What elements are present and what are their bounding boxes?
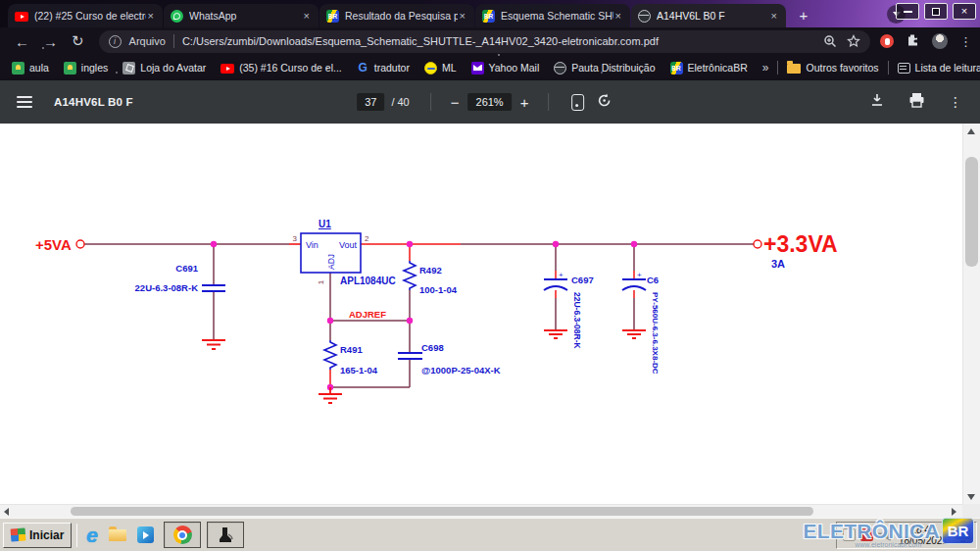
c691-value: 22U-6.3-08R-K <box>135 282 199 293</box>
tab-title: (22) #25 Curso de electrónica <box>34 10 146 22</box>
horizontal-scrollbar[interactable] <box>0 504 962 518</box>
c698-ref: C698 <box>421 342 444 353</box>
horizontal-scroll-thumb[interactable] <box>71 507 813 516</box>
minimize-button[interactable] <box>896 3 919 20</box>
info-icon[interactable]: i <box>109 35 122 48</box>
bookmark-tradutor[interactable]: Gtradutor <box>357 62 410 75</box>
scroll-left-icon[interactable] <box>4 508 9 516</box>
scroll-up-icon[interactable] <box>967 128 975 134</box>
tab-pdf-active[interactable]: A14HV6L B0 F × <box>631 4 786 27</box>
c697-plus: + <box>559 271 564 279</box>
close-button[interactable]: × <box>953 3 976 20</box>
yahoo-mail-icon <box>471 62 484 75</box>
download-icon[interactable] <box>869 92 885 112</box>
br-flag-icon: BR <box>670 62 683 75</box>
youtube-icon <box>15 12 28 22</box>
youtube-icon <box>220 64 234 74</box>
reading-list-label: Lista de leitura <box>915 62 980 74</box>
pdf-menu-icon[interactable] <box>17 96 32 108</box>
bookmark-ml[interactable]: ML <box>424 62 457 75</box>
vertical-scrollbar[interactable] <box>962 124 980 504</box>
bookmarks-right: » Outros favoritos Lista de leitura <box>762 61 980 75</box>
output-net-label: +3.3VA <box>763 231 838 257</box>
tab-youtube[interactable]: (22) #25 Curso de electrónica × <box>8 4 163 27</box>
address-bar[interactable]: i Arquivo C:/Users/zumbi/Downloads/Esque… <box>99 30 870 53</box>
bookmark-loja-avatar[interactable]: Loja do Avatar <box>122 62 206 75</box>
r492-value: 100-1-04 <box>419 284 458 295</box>
page-number-input[interactable]: 37 <box>357 93 384 111</box>
bookmark-yahoo[interactable]: Yahoo Mail <box>471 62 540 75</box>
scroll-right-icon[interactable] <box>952 508 956 516</box>
pdf-toolbar: A14HV6L B0 F 37 / 40 − 261% + ⋮ <box>0 80 980 124</box>
back-button[interactable]: ← <box>8 33 36 50</box>
browser-menu-icon[interactable]: ⋮ <box>959 34 972 49</box>
windows-flag-icon <box>11 527 26 541</box>
divider <box>548 93 549 111</box>
zoom-out-button[interactable]: − <box>442 94 468 111</box>
profile-avatar[interactable] <box>932 33 948 49</box>
pdf-page: U1 Vin Vout ADJ 3 2 1 APL1084UC C691 22U… <box>0 124 980 504</box>
reading-list-button[interactable]: Lista de leitura <box>898 62 980 74</box>
folder-icon <box>787 64 801 74</box>
bookmark-aula[interactable]: aula <box>12 62 49 75</box>
globe-icon <box>638 10 651 23</box>
vertical-scroll-thumb[interactable] <box>965 157 978 267</box>
media-player-icon[interactable] <box>137 526 154 543</box>
start-button[interactable]: Iniciar <box>3 523 72 548</box>
url-text[interactable]: C:/Users/zumbi/Downloads/Esquema_Schemat… <box>182 35 813 47</box>
zoom-level-input[interactable]: 261% <box>468 93 512 111</box>
pdf-more-menu-icon[interactable]: ⋮ <box>949 94 962 110</box>
adjref-label: ADJREF <box>349 309 386 320</box>
c698-value: @1000P-25-04X-K <box>421 365 501 376</box>
bookmark-ingles[interactable]: ingles <box>64 62 108 75</box>
other-favorites-label: Outros favoritos <box>806 62 878 74</box>
bookmark-pauta[interactable]: Pauta Distribuição <box>554 62 655 75</box>
c6-plus: + <box>637 271 642 279</box>
c6-ref: C6 <box>647 275 659 285</box>
internet-explorer-icon[interactable]: e <box>86 525 98 545</box>
roblox-icon <box>122 62 135 75</box>
print-icon[interactable] <box>908 92 925 112</box>
watermark-url: www.eletronicabr.com <box>855 541 921 548</box>
watermark-name: ELETRÔNICA <box>804 520 941 543</box>
component-r491: R491 165-1-04 <box>318 340 378 403</box>
reload-button[interactable]: ↻ <box>65 32 91 50</box>
restore-button[interactable] <box>924 3 948 20</box>
fit-page-icon[interactable] <box>571 94 584 111</box>
chrome-icon <box>173 526 192 544</box>
tab-close-icon[interactable]: × <box>302 11 312 22</box>
zoom-in-button[interactable]: + <box>512 94 538 111</box>
tab-close-icon[interactable]: × <box>769 11 779 22</box>
chrome-task-button[interactable] <box>164 522 201 548</box>
bookmark-star-icon[interactable] <box>847 34 860 48</box>
other-favorites-button[interactable]: Outros favoritos <box>787 62 878 74</box>
tab-search-result[interactable]: BR Resultado da Pesquisa por 'a1 × <box>319 4 474 27</box>
tab-close-icon[interactable]: × <box>458 11 467 22</box>
globe-icon <box>554 62 566 75</box>
component-c698: C698 @1000P-25-04X-K <box>398 342 501 376</box>
classroom-icon <box>64 62 76 75</box>
scroll-down-icon[interactable] <box>967 494 975 500</box>
bookmarks-overflow-button[interactable]: » <box>762 61 769 75</box>
bookmark-curso[interactable]: (35) #16 Curso de el... <box>220 62 341 74</box>
br-flag-icon: BR <box>326 10 339 23</box>
app-task-button[interactable] <box>207 522 244 548</box>
zoom-page-icon[interactable] <box>823 34 837 48</box>
pdf-actions: ⋮ <box>869 92 962 112</box>
tab-close-icon[interactable]: × <box>613 11 623 22</box>
new-tab-button[interactable]: + <box>793 4 814 25</box>
rotate-icon[interactable] <box>596 92 612 113</box>
explorer-folder-icon[interactable] <box>109 529 126 541</box>
divider <box>777 61 778 75</box>
forward-button[interactable]: → <box>36 33 65 50</box>
bookmark-eletronicabr[interactable]: BREletrônicaBR <box>670 62 748 75</box>
tab-close-icon[interactable]: × <box>146 11 156 22</box>
divider <box>76 524 77 547</box>
u1-ref: U1 <box>318 219 331 229</box>
adblock-extension-icon[interactable] <box>880 34 894 48</box>
tab-whatsapp[interactable]: WhatsApp × <box>164 4 318 27</box>
tab-esquema[interactable]: BR Esquema Schematic SHUTTLE × <box>475 4 630 27</box>
u1-adj: ADJ <box>326 254 336 270</box>
u1-pin1: 1 <box>317 279 325 284</box>
extensions-puzzle-icon[interactable] <box>906 32 920 51</box>
